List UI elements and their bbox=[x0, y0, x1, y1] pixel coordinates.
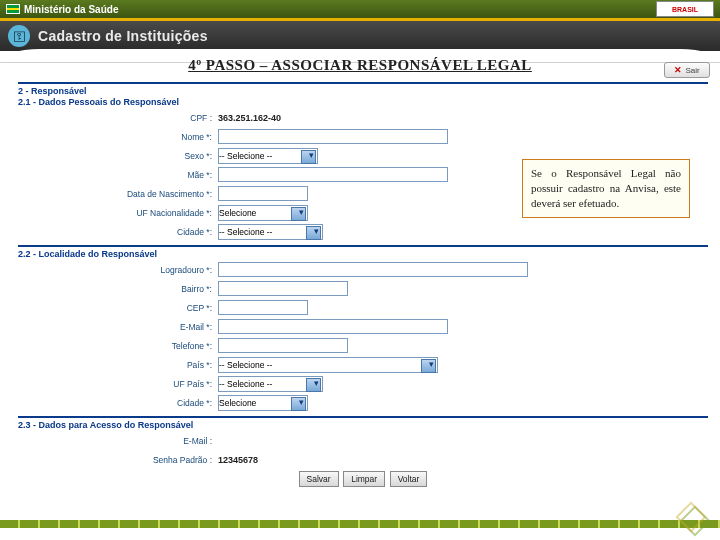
salvar-button[interactable]: Salvar bbox=[299, 471, 339, 487]
section-acesso: 2.3 - Dados para Acesso do Responsável E… bbox=[18, 416, 708, 487]
section-2-title: 2 - Responsável bbox=[18, 86, 708, 96]
sexo-label: Sexo *: bbox=[18, 151, 218, 161]
telefone-input[interactable] bbox=[218, 338, 348, 353]
ufpais-label: UF País *: bbox=[18, 379, 218, 389]
limpar-button[interactable]: Limpar bbox=[343, 471, 385, 487]
gov-topbar: Ministério da Saúde BRASIL bbox=[0, 0, 720, 18]
cidade1-label: Cidade *: bbox=[18, 227, 218, 237]
form-area: 2 - Responsável 2.1 - Dados Pessoais do … bbox=[0, 74, 720, 487]
nome-label: Nome *: bbox=[18, 132, 218, 142]
nome-input[interactable] bbox=[218, 129, 448, 144]
uf-nacionalidade-label: UF Nacionalidade *: bbox=[18, 208, 218, 218]
exit-button[interactable]: ✕ Sair bbox=[664, 62, 710, 78]
cep-label: CEP *: bbox=[18, 303, 218, 313]
close-icon: ✕ bbox=[674, 65, 682, 75]
key-icon: ⚿ bbox=[8, 25, 30, 47]
nascimento-label: Data de Nascimento *: bbox=[18, 189, 218, 199]
header-title: Cadastro de Instituições bbox=[38, 28, 208, 44]
flag-icon bbox=[6, 4, 20, 14]
footer-deco-icon bbox=[678, 506, 708, 532]
app-header: ⚿ Cadastro de Instituições bbox=[0, 21, 720, 51]
senha-value: 12345678 bbox=[218, 455, 258, 465]
voltar-button[interactable]: Voltar bbox=[390, 471, 428, 487]
logradouro-input[interactable] bbox=[218, 262, 528, 277]
nascimento-input[interactable] bbox=[218, 186, 308, 201]
cidade2-select[interactable]: Selecione bbox=[218, 395, 308, 411]
sexo-select[interactable]: -- Selecione -- bbox=[218, 148, 318, 164]
cidade2-label: Cidade *: bbox=[18, 398, 218, 408]
cidade1-select[interactable]: -- Selecione -- bbox=[218, 224, 323, 240]
section-2-2-title: 2.2 - Localidade do Responsável bbox=[18, 249, 708, 259]
brasil-logo: BRASIL bbox=[656, 1, 714, 17]
cpf-value: 363.251.162-40 bbox=[218, 113, 281, 123]
bairro-input[interactable] bbox=[218, 281, 348, 296]
section-2-1-title: 2.1 - Dados Pessoais do Responsável bbox=[18, 97, 708, 107]
ministry-label: Ministério da Saúde bbox=[24, 4, 118, 15]
section-localidade: 2.2 - Localidade do Responsável Logradou… bbox=[18, 245, 708, 412]
email2-label: E-Mail : bbox=[18, 436, 218, 446]
cpf-label: CPF : bbox=[18, 113, 218, 123]
section-2-3-title: 2.3 - Dados para Acesso do Responsável bbox=[18, 420, 708, 430]
button-bar: Salvar Limpar Voltar bbox=[18, 471, 708, 487]
mae-label: Mãe *: bbox=[18, 170, 218, 180]
senha-label: Senha Padrão : bbox=[18, 455, 218, 465]
step-title: 4º PASSO – ASSOCIAR RESPONSÁVEL LEGAL bbox=[0, 57, 720, 74]
pais-label: País *: bbox=[18, 360, 218, 370]
telefone-label: Telefone *: bbox=[18, 341, 218, 351]
logradouro-label: Logradouro *: bbox=[18, 265, 218, 275]
pais-select[interactable]: -- Selecione -- bbox=[218, 357, 438, 373]
email-input[interactable] bbox=[218, 319, 448, 334]
footer-stripe bbox=[0, 520, 720, 528]
ufpais-select[interactable]: -- Selecione -- bbox=[218, 376, 323, 392]
callout-box: Se o Responsável Legal não possuir cadas… bbox=[522, 159, 690, 218]
uf-nacionalidade-select[interactable]: Selecione bbox=[218, 205, 308, 221]
mae-input[interactable] bbox=[218, 167, 448, 182]
exit-label: Sair bbox=[685, 66, 699, 75]
cep-input[interactable] bbox=[218, 300, 308, 315]
email-label: E-Mail *: bbox=[18, 322, 218, 332]
bairro-label: Bairro *: bbox=[18, 284, 218, 294]
